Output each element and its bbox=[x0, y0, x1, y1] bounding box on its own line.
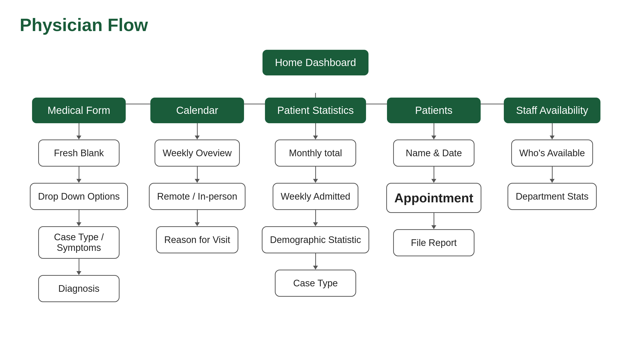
node-weekly-admitted: Weekly Admitted bbox=[272, 183, 358, 210]
column-calendar: Calendar Weekly Oveview Remote / In-pers… bbox=[138, 98, 256, 253]
node-weekly-overview: Weekly Oveview bbox=[154, 140, 240, 166]
node-fresh-blank: Fresh Blank bbox=[38, 140, 120, 166]
node-case-type: Case Type /Symptoms bbox=[38, 226, 120, 259]
column-patient-stats: Patient Statistics Monthly total Weekly … bbox=[256, 98, 375, 297]
node-reason-visit: Reason for Visit bbox=[156, 226, 238, 253]
header-patients: Patients bbox=[387, 98, 481, 123]
arrow-1 bbox=[20, 123, 138, 140]
arrow-9 bbox=[256, 166, 375, 183]
node-dept-stats: Department Stats bbox=[508, 183, 597, 210]
node-drop-down: Drop Down Options bbox=[30, 183, 128, 210]
node-appointment: Appointment bbox=[386, 183, 482, 213]
node-file-report: File Report bbox=[393, 229, 474, 256]
node-whos-available: Who's Available bbox=[511, 140, 593, 166]
node-remote-inperson: Remote / In-person bbox=[149, 183, 245, 210]
header-medical-form: Medical Form bbox=[32, 98, 126, 123]
arrow-15 bbox=[493, 123, 611, 140]
arrow-5 bbox=[138, 123, 256, 140]
arrow-2 bbox=[20, 166, 138, 183]
arrow-7 bbox=[138, 210, 256, 226]
column-staff-availability: Staff Availability Who's Available Depar… bbox=[493, 98, 611, 210]
node-monthly-total: Monthly total bbox=[275, 140, 356, 166]
flow-diagram: Home Dashboard Medical Form Fresh Blank … bbox=[20, 50, 611, 302]
node-case-type-ps: Case Type bbox=[275, 270, 356, 297]
header-calendar: Calendar bbox=[150, 98, 244, 123]
header-staff-availability: Staff Availability bbox=[504, 98, 601, 123]
arrow-4 bbox=[20, 259, 138, 275]
arrow-12 bbox=[375, 123, 493, 140]
node-demographic: Demographic Statistic bbox=[262, 226, 369, 253]
node-diagnosis: Diagnosis bbox=[38, 275, 120, 302]
columns-area: Medical Form Fresh Blank Drop Down Optio… bbox=[20, 98, 611, 302]
arrow-8 bbox=[256, 123, 375, 140]
arrow-10 bbox=[256, 210, 375, 226]
arrow-14 bbox=[375, 213, 493, 229]
arrow-6 bbox=[138, 166, 256, 183]
node-name-date: Name & Date bbox=[393, 140, 474, 166]
root-node: Home Dashboard bbox=[262, 50, 368, 76]
arrow-11 bbox=[256, 253, 375, 270]
arrow-16 bbox=[493, 166, 611, 183]
arrow-3 bbox=[20, 210, 138, 226]
column-patients: Patients Name & Date Appointment File Re… bbox=[375, 98, 493, 256]
arrow-13 bbox=[375, 166, 493, 183]
header-patient-stats: Patient Statistics bbox=[265, 98, 366, 123]
page-title: Physician Flow bbox=[20, 15, 611, 35]
column-medical-form: Medical Form Fresh Blank Drop Down Optio… bbox=[20, 98, 138, 302]
